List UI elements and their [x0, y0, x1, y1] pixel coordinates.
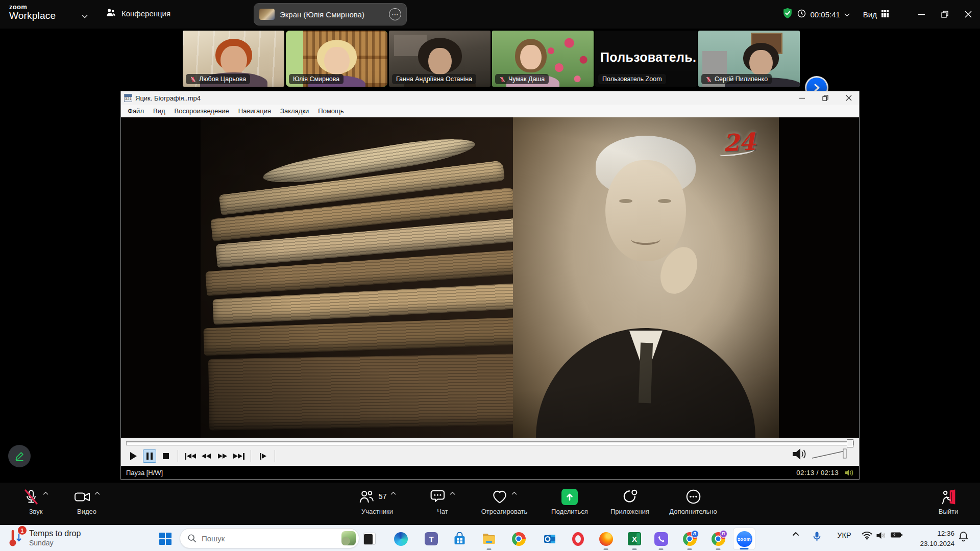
react-label: Отреагировать — [481, 508, 528, 515]
share-label: Поделиться — [551, 508, 588, 515]
chat-button[interactable]: Чат — [421, 489, 464, 515]
share-screen-button[interactable]: Поделиться — [544, 489, 595, 515]
react-button[interactable]: Отреагировать — [470, 489, 539, 515]
menu-file[interactable]: Файл — [123, 106, 149, 116]
tab-more-icon[interactable]: ⋯ — [389, 8, 401, 20]
menu-playback[interactable]: Воспроизведение — [170, 106, 234, 116]
meeting-toolbar: Звук Видео 57 Участники Чат — [0, 483, 980, 525]
encryption-shield-icon[interactable] — [782, 7, 793, 21]
taskbar-app-chrome-profile-2[interactable]: Л — [707, 528, 729, 550]
participant-tile-lyubov[interactable]: Любов Царьова — [183, 31, 284, 87]
weather-title: Temps to drop — [29, 529, 81, 539]
search-icon — [187, 534, 197, 543]
tray-hidden-icons-chevron[interactable] — [792, 531, 799, 536]
tab-shared-screen[interactable]: Экран (Юлія Смирнова) ⋯ — [254, 3, 407, 26]
taskbar-app-outlook[interactable] — [538, 528, 561, 550]
playback-status: Пауза [H/W] — [126, 469, 163, 477]
rewind-button[interactable] — [200, 449, 213, 463]
participant-nametag: Юлія Смирнова — [289, 74, 344, 84]
menu-view[interactable]: Вид — [149, 106, 170, 116]
brand-chevron-down-icon[interactable] — [82, 11, 88, 20]
play-button[interactable] — [127, 449, 140, 463]
minimize-button[interactable] — [910, 0, 933, 29]
participant-tile-hanna[interactable]: Ганна Андріївна Останіна — [389, 31, 491, 87]
taskbar-app-store[interactable] — [448, 528, 471, 550]
video-display-area[interactable]: 24 — [121, 117, 859, 438]
tray-mic-in-use-icon[interactable] — [813, 531, 821, 542]
player-minimize-button[interactable] — [792, 91, 812, 105]
shared-screen-thumbnail-icon — [259, 9, 275, 20]
player-window-title: Яцик. Біографія..mp4 — [135, 94, 201, 102]
taskbar-app-file-explorer[interactable] — [478, 528, 500, 550]
view-button[interactable]: Вид — [863, 10, 889, 19]
tab-meeting[interactable]: Конференция — [105, 7, 170, 20]
taskbar-app-photos[interactable] — [358, 528, 381, 550]
search-input[interactable] — [202, 534, 336, 543]
taskbar-search-box[interactable] — [180, 528, 359, 548]
taskbar-weather-widget[interactable]: 1 Temps to drop Sunday — [7, 528, 81, 547]
skip-start-button[interactable] — [183, 449, 197, 463]
audio-button[interactable]: Звук — [13, 489, 58, 515]
stop-button[interactable] — [159, 449, 173, 463]
video-options-chevron[interactable] — [94, 491, 100, 495]
menu-bookmarks[interactable]: Закладки — [276, 106, 313, 116]
frame-step-button[interactable] — [256, 449, 270, 463]
participant-tile-serhii[interactable]: Сергій Пилипенко — [698, 31, 800, 87]
taskbar-app-firefox[interactable] — [595, 528, 617, 550]
player-restore-button[interactable] — [815, 91, 836, 105]
seek-thumb[interactable] — [847, 439, 853, 447]
taskbar-app-edge[interactable] — [389, 528, 412, 550]
taskbar-app-teams[interactable]: T — [420, 528, 443, 550]
more-button[interactable]: Дополнительно — [660, 489, 726, 515]
skip-end-button[interactable] — [232, 449, 246, 463]
participants-options-chevron[interactable] — [390, 491, 396, 495]
menu-navigation[interactable]: Навигация — [234, 106, 276, 116]
edge-icon — [394, 532, 408, 546]
taskbar-app-opera[interactable] — [567, 528, 589, 550]
participants-button[interactable]: 57 Участники — [345, 489, 409, 515]
volume-control[interactable] — [792, 447, 852, 463]
weather-thermometer-icon: 1 — [7, 528, 24, 547]
participant-tile-zoom-user[interactable]: Пользователь... Пользователь Zoom — [595, 31, 697, 87]
annotate-button[interactable] — [8, 445, 31, 467]
taskbar-app-viber[interactable] — [650, 528, 672, 550]
brand-top: zoom — [9, 4, 56, 11]
excel-icon: X — [628, 532, 641, 545]
tray-battery-icon[interactable] — [890, 531, 903, 539]
tray-time: 12:36 — [908, 529, 954, 539]
pause-button[interactable] — [143, 449, 156, 463]
audio-options-chevron[interactable] — [43, 491, 48, 495]
participant-tile-chumak[interactable]: Чумак Даша — [492, 31, 594, 87]
taskbar-app-excel[interactable]: X — [623, 528, 646, 550]
seek-bar[interactable] — [126, 441, 854, 445]
tray-wifi-icon[interactable] — [862, 531, 872, 540]
chat-options-chevron[interactable] — [450, 491, 455, 495]
tray-notifications-bell-icon[interactable] — [959, 531, 968, 542]
timer-chevron-down-icon[interactable] — [844, 10, 850, 19]
volume-thumb — [843, 449, 846, 458]
mic-muted-icon — [23, 489, 39, 505]
close-button[interactable] — [957, 0, 980, 29]
start-button[interactable] — [157, 531, 174, 547]
player-close-button[interactable] — [839, 91, 859, 105]
taskbar-app-chrome-profile-1[interactable]: Л — [678, 528, 701, 550]
search-daily-image[interactable] — [341, 531, 356, 545]
chrome-profile-badge: Л — [720, 530, 727, 538]
taskbar-app-chrome[interactable] — [507, 528, 530, 550]
restore-button[interactable] — [933, 0, 957, 29]
tray-language-indicator[interactable]: УКР — [833, 531, 855, 539]
taskbar-app-zoom-active[interactable]: zoom — [733, 528, 755, 550]
video-button[interactable]: Видео — [63, 489, 110, 515]
apps-button[interactable]: Приложения — [601, 489, 658, 515]
photos-app-icon — [363, 533, 376, 545]
player-titlebar[interactable]: Яцик. Біографія..mp4 — [121, 91, 859, 105]
speaker-icon — [793, 448, 805, 460]
react-options-chevron[interactable] — [511, 491, 517, 495]
tray-clock[interactable]: 12:36 23.10.2024 — [908, 529, 954, 548]
menu-help[interactable]: Помощь — [313, 106, 348, 116]
fast-forward-button[interactable] — [216, 449, 229, 463]
tray-volume-icon[interactable] — [876, 531, 887, 540]
player-control-bar — [121, 438, 859, 466]
participant-tile-yuliia-active-speaker[interactable]: Юлія Смирнова — [286, 31, 387, 87]
leave-button[interactable]: Выйти — [928, 489, 969, 515]
